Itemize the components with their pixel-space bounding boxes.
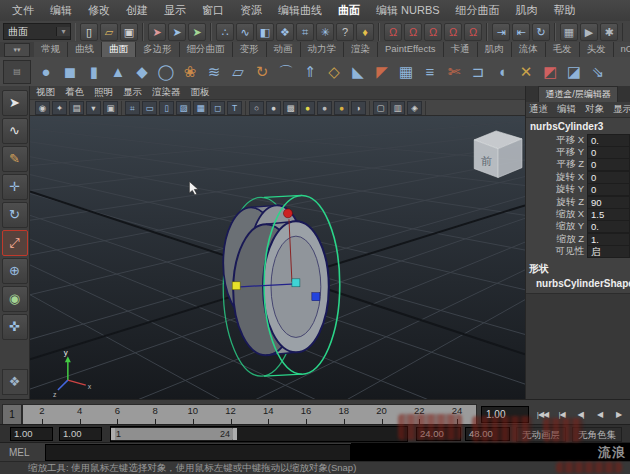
revolve-icon[interactable]: ↻ — [250, 60, 274, 84]
nurbs-torus-icon[interactable]: ◯ — [154, 60, 178, 84]
bevel-plus-icon[interactable]: ◤ — [370, 60, 394, 84]
view-cube[interactable]: 前 — [474, 131, 522, 178]
boundary-icon[interactable]: ◇ — [322, 60, 346, 84]
14[interactable]: 14 — [250, 405, 288, 424]
show-manipulator-tool[interactable]: ✜ — [2, 314, 28, 340]
extrude-icon[interactable]: ⇑ — [298, 60, 322, 84]
snap-to-projected-center-icon[interactable]: Ω — [444, 23, 462, 41]
shelf-tab-muscle[interactable]: 肌肉 — [478, 42, 512, 57]
untrim-icon[interactable]: ◪ — [562, 60, 586, 84]
select-misc-mask-icon[interactable]: ? — [336, 23, 354, 41]
channel-box-tab[interactable]: 通道盒/层编辑器 — [538, 86, 618, 102]
select-hierarchy-mode-icon[interactable]: ➤ — [148, 23, 166, 41]
film-gate-icon[interactable]: ▭ — [142, 101, 157, 115]
nurbs-plane-icon[interactable]: ◆ — [130, 60, 154, 84]
three-point-arc-icon[interactable]: ❀ — [178, 60, 202, 84]
shaded-icon[interactable]: ● — [266, 101, 281, 115]
rotate-tool[interactable]: ↻ — [2, 202, 28, 228]
menu-file[interactable]: 文件 — [4, 1, 42, 20]
go-to-start-button[interactable]: |◀◀ — [533, 406, 552, 423]
lock-selection-icon[interactable]: ♦ — [356, 23, 374, 41]
select-points-mask-icon[interactable]: ∴ — [216, 23, 234, 41]
channel-box-menu-channels[interactable]: 通道 — [529, 103, 548, 116]
shelf-tab-general[interactable]: 常规 — [34, 42, 68, 57]
textured-icon[interactable]: ▩ — [283, 101, 298, 115]
select-curves-mask-icon[interactable]: ∿ — [236, 23, 254, 41]
grid-icon[interactable]: ⌗ — [125, 101, 140, 115]
menu-subdiv-surfaces[interactable]: 细分曲面 — [448, 1, 508, 20]
ipr-render-icon[interactable]: ▶ — [580, 23, 598, 41]
panel-menu-panels[interactable]: 面板 — [191, 86, 210, 99]
panel-menu-shading[interactable]: 着色 — [65, 86, 84, 99]
save-scene-icon[interactable]: ▣ — [120, 23, 138, 41]
highlight-selection-icon[interactable]: ◈ — [407, 101, 422, 115]
playback-end-field[interactable]: 24.00 — [416, 427, 461, 441]
paint-selection-tool[interactable]: ✎ — [2, 146, 28, 172]
snap-to-view-plane-icon[interactable]: Ω — [464, 23, 482, 41]
intersect-surfaces-icon[interactable]: ✕ — [514, 60, 538, 84]
timeline-ruler[interactable]: 24681012141618202224 — [22, 404, 477, 425]
gate-mask-icon[interactable]: ▨ — [176, 101, 191, 115]
all-lights-icon[interactable]: ● — [334, 101, 349, 115]
shadows-icon[interactable]: ◗ — [351, 101, 366, 115]
mel-input[interactable] — [45, 444, 351, 461]
flat-lighting-icon[interactable]: ● — [317, 101, 332, 115]
shelf-tab-fur[interactable]: 毛发 — [546, 42, 580, 57]
shelf-tab-hair[interactable]: 头发 — [580, 42, 614, 57]
shelf-tab-animation[interactable]: 动画 — [267, 42, 301, 57]
project-curve-icon[interactable]: ⇘ — [586, 60, 610, 84]
16[interactable]: 16 — [287, 405, 325, 424]
scale-tool[interactable]: ⤢ — [2, 230, 28, 256]
channel-box-menu-object[interactable]: 对象 — [585, 103, 604, 116]
8[interactable]: 8 — [136, 405, 174, 424]
select-component-mode-icon[interactable]: ➤ — [188, 23, 206, 41]
viewport-layout-button[interactable]: ❖ — [2, 369, 28, 395]
safe-action-icon[interactable]: ◻ — [210, 101, 225, 115]
nurbs-cube-icon[interactable]: ◼ — [58, 60, 82, 84]
10[interactable]: 10 — [174, 405, 212, 424]
viewport-canvas[interactable]: 前 y x z — [30, 116, 525, 399]
menu-muscle[interactable]: 肌肉 — [508, 1, 546, 20]
current-frame-indicator[interactable]: 1 — [2, 404, 22, 425]
4[interactable]: 4 — [61, 405, 99, 424]
default-lighting-icon[interactable]: ● — [300, 101, 315, 115]
panel-menu-lighting[interactable]: 照明 — [94, 86, 113, 99]
trim-tool-icon[interactable]: ◩ — [538, 60, 562, 84]
input-to-selected-icon[interactable]: ⇥ — [492, 23, 510, 41]
shelf-tab-dynamics[interactable]: 动力学 — [301, 42, 345, 57]
new-scene-icon[interactable]: ▯ — [80, 23, 98, 41]
6[interactable]: 6 — [99, 405, 137, 424]
safe-title-icon[interactable]: T — [227, 101, 242, 115]
snap-to-point-icon[interactable]: Ω — [424, 23, 442, 41]
animation-end-field[interactable]: 48.00 — [465, 427, 510, 441]
step-back-frame-button[interactable]: |◀ — [552, 406, 571, 423]
birail-icon[interactable]: ⌒ — [274, 60, 298, 84]
shelf-tab-surfaces[interactable]: 曲面 — [102, 42, 136, 57]
shelf-tab-subdivs[interactable]: 细分曲面 — [180, 42, 233, 57]
shape-node-name[interactable]: nurbsCylinderShape3 — [526, 276, 630, 291]
panel-menu-view[interactable]: 视图 — [36, 86, 55, 99]
shelf-column-button[interactable]: ▤ — [3, 60, 31, 84]
insert-isoparm-icon[interactable]: ≡ — [418, 60, 442, 84]
menu-set-dropdown[interactable]: 曲面 ▾ — [3, 23, 71, 40]
menu-assets[interactable]: 资源 — [232, 1, 270, 20]
lock-camera-icon[interactable]: ✦ — [52, 101, 67, 115]
18[interactable]: 18 — [325, 405, 363, 424]
move-tool[interactable]: ✛ — [2, 174, 28, 200]
nurbs-cone-icon[interactable]: ▲ — [106, 60, 130, 84]
snap-to-grid-icon[interactable]: Ω — [384, 23, 402, 41]
panel-menu-renderer[interactable]: 渲染器 — [152, 86, 181, 99]
menu-display[interactable]: 显示 — [156, 1, 194, 20]
planar-icon[interactable]: ▱ — [226, 60, 250, 84]
lasso-tool[interactable]: ∿ — [2, 118, 28, 144]
menu-edit-nurbs[interactable]: 编辑 NURBS — [368, 1, 448, 20]
menu-create[interactable]: 创建 — [118, 1, 156, 20]
construction-history-icon[interactable]: ↻ — [532, 23, 550, 41]
range-track[interactable]: 1 24 — [110, 426, 408, 442]
shelf-tab-fluids[interactable]: 流体 — [512, 42, 546, 57]
scale-center-handle[interactable] — [292, 279, 300, 287]
range-start-handle[interactable] — [111, 428, 115, 440]
shelf-menu-button[interactable]: ▾▾ — [4, 43, 30, 57]
scale-z-handle[interactable] — [312, 293, 320, 301]
animation-layer-selector[interactable]: 无动画层 — [516, 427, 566, 442]
